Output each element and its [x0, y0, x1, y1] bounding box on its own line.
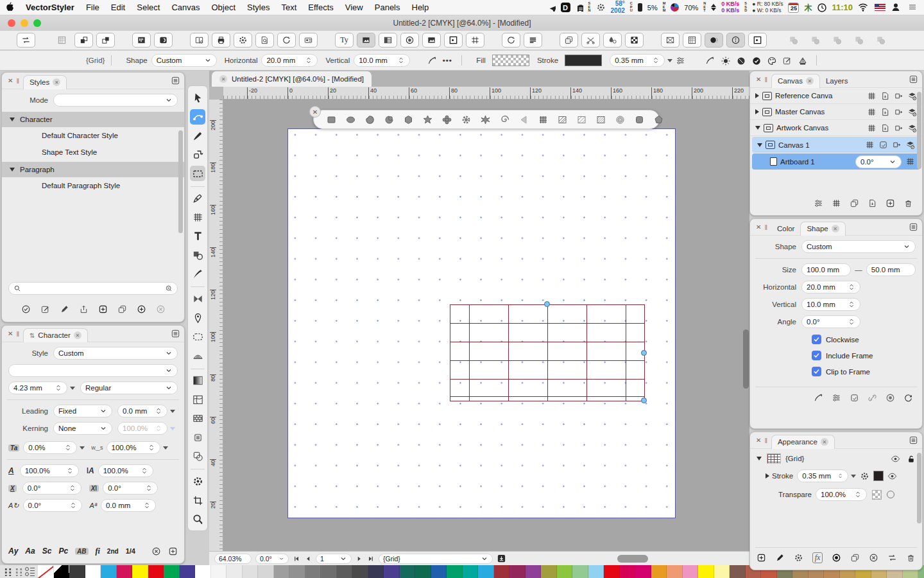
apply-style-icon[interactable] [21, 304, 31, 314]
panel-menu-icon[interactable] [909, 435, 918, 445]
shape-hatch-3[interactable] [592, 112, 609, 127]
unlink-icon[interactable] [868, 393, 877, 403]
clip-to-frame-checkbox[interactable]: Clip to Frame [812, 367, 922, 376]
duplicate-appearance-icon[interactable] [850, 553, 860, 563]
tracking-field[interactable]: 0.0% [23, 441, 77, 454]
cpu-bar-icon[interactable] [638, 3, 642, 12]
shape-pentagon[interactable] [650, 112, 667, 127]
mode-dropdown[interactable] [53, 94, 178, 107]
leading-dropdown[interactable] [170, 410, 175, 413]
tab-layers[interactable]: Layers [820, 74, 854, 88]
stroke-color-swatch[interactable] [873, 471, 884, 481]
mesh-fill-tool[interactable] [190, 392, 205, 407]
horizontal-field[interactable]: 20.0 mm [801, 281, 860, 293]
shape-handle-right[interactable] [641, 350, 647, 356]
toggle-fractions[interactable]: 1/4 [126, 547, 135, 555]
record-style-icon[interactable] [832, 553, 841, 563]
edit-style-icon[interactable] [40, 304, 50, 314]
baseline-field[interactable]: 0.0 mm [101, 499, 156, 512]
word-spacing-dropdown[interactable] [163, 446, 168, 450]
color-swatch[interactable] [164, 565, 180, 578]
apple-menu[interactable] [0, 2, 20, 13]
stroke-width-dropdown[interactable] [667, 59, 672, 62]
panel-close-icon[interactable]: ✕ [8, 330, 13, 337]
appearance-stroke-row[interactable]: Stroke 0.35 mm [750, 469, 922, 482]
transparency-field[interactable]: 100.0% [816, 488, 867, 501]
undo-history-button[interactable] [502, 33, 520, 48]
word-spacing-field[interactable]: 100.0% [107, 441, 160, 454]
shape-flower[interactable] [438, 112, 455, 127]
v-ruler[interactable]: 20018016014012010080604020 [209, 100, 223, 551]
tab-close-icon[interactable]: ✕ [74, 331, 81, 339]
canvas-options-icon[interactable] [814, 198, 823, 208]
tab-canvas[interactable]: Canvas✕ [771, 74, 820, 88]
download-state-icon[interactable] [497, 554, 506, 563]
color-swatch[interactable] [620, 565, 636, 578]
color-swatch[interactable] [38, 565, 54, 578]
color-swatch[interactable] [635, 565, 651, 578]
list-menu-icon[interactable] [907, 2, 919, 13]
color-swatch[interactable] [683, 565, 699, 578]
color-swatch[interactable] [604, 565, 620, 578]
color-swatch[interactable] [384, 565, 400, 578]
toggle-petite-caps[interactable]: Pc [58, 547, 68, 556]
color-swatch[interactable] [400, 565, 416, 578]
app-d-icon[interactable]: D [561, 3, 570, 12]
clock-icon[interactable] [817, 3, 826, 12]
pattern-tool[interactable] [190, 411, 205, 426]
tab-close-icon[interactable]: ✕ [832, 225, 839, 232]
color-swatch[interactable] [180, 565, 196, 578]
close-window-button[interactable] [8, 19, 15, 27]
appearance-object-row[interactable]: {Grid} [750, 453, 922, 464]
color-swatch[interactable] [54, 565, 70, 578]
color-swatch[interactable] [714, 565, 730, 578]
color-swatch[interactable] [69, 565, 85, 578]
swatch-grid-icon[interactable] [14, 567, 22, 576]
noise-icon[interactable] [733, 53, 748, 67]
visibility-eye-icon[interactable] [891, 454, 900, 464]
transparency-mode-icon[interactable] [887, 491, 894, 498]
tab-appearance[interactable]: Appearance✕ [771, 435, 835, 449]
style-item-default-paragraph[interactable]: Default Paragraph Style [2, 177, 184, 194]
shadow-button[interactable] [705, 33, 723, 48]
shape-triangle[interactable] [515, 112, 532, 127]
node-tool[interactable] [190, 109, 205, 125]
font-size-dropdown[interactable] [70, 387, 75, 390]
toggle-stylistic-sets[interactable]: Ay [8, 547, 18, 556]
delete-appearance-icon[interactable] [906, 553, 916, 563]
kerning-mode-dropdown[interactable]: None [53, 422, 112, 435]
shape-blob[interactable] [361, 112, 378, 127]
bool-intersect-button[interactable] [828, 33, 846, 48]
leading-mode-dropdown[interactable]: Fixed [53, 405, 112, 417]
swap-canvases-button[interactable] [17, 33, 35, 48]
profile-button[interactable] [726, 33, 745, 48]
zoom-window-button[interactable] [33, 19, 41, 27]
add-stroke-icon[interactable] [775, 553, 785, 563]
color-swatch[interactable] [541, 565, 557, 578]
blob-icon[interactable] [886, 393, 895, 403]
remove-appearance-icon[interactable] [869, 553, 878, 563]
shape-preset-dropdown[interactable]: Custom [151, 54, 217, 67]
font-family-dropdown[interactable] [8, 364, 178, 377]
artboard-grid-icon[interactable] [905, 157, 915, 166]
shape-spiral[interactable] [496, 112, 513, 127]
bool-divide-button[interactable] [871, 33, 890, 48]
mesh-button[interactable] [466, 33, 484, 48]
h-ruler[interactable]: -20020406080100120140160180200220 [223, 87, 749, 100]
zoom-level-dropdown[interactable]: 64.03% [214, 554, 252, 564]
toggle-ordinals[interactable]: 2nd [107, 548, 119, 555]
shape-handle-corner[interactable] [641, 398, 647, 403]
font-weight-dropdown[interactable]: Regular [80, 381, 178, 394]
close-icon[interactable]: ✕ [309, 106, 321, 118]
grid-tool[interactable] [190, 209, 205, 225]
new-style-icon[interactable] [98, 304, 108, 314]
pen-tool[interactable] [190, 191, 205, 206]
v-scale-field[interactable]: 100.0% [98, 464, 153, 477]
user-icon[interactable] [891, 2, 902, 13]
cut-path-button[interactable] [581, 33, 600, 48]
skew-x-field[interactable]: 0.0° [22, 482, 81, 495]
rotation-dropdown[interactable]: 0.0° [255, 554, 289, 564]
duplicate-canvas-icon[interactable] [850, 198, 859, 208]
document-tab[interactable]: ✕ Untitled-2 [CMYK] [@64.0%] - [Modified… [212, 71, 372, 87]
menu-view[interactable]: View [339, 3, 369, 12]
